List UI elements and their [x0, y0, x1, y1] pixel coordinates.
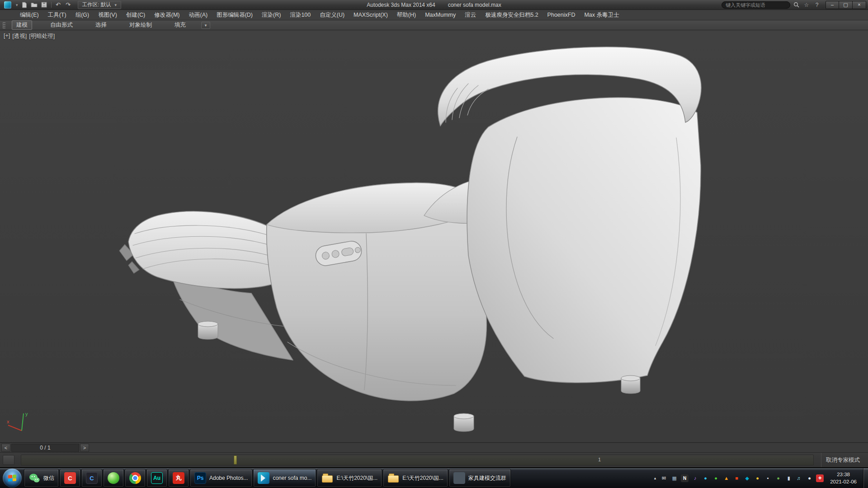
tray-icon[interactable]: ✉ [660, 474, 668, 482]
search-input[interactable] [726, 2, 786, 8]
menu-create[interactable]: 创建(C) [122, 10, 150, 20]
taskbar-app-dark-c-button[interactable]: C [81, 469, 102, 487]
menu-rendercloud[interactable]: 渲云 [460, 10, 481, 20]
track-bar: 1 取消专家模式 [0, 453, 868, 468]
taskbar-explorer1-button[interactable]: E:\天竹2020\国... [317, 469, 382, 487]
maximize-button[interactable]: ▢ [839, 1, 853, 9]
cancel-expert-mode-button[interactable]: 取消专家模式 [821, 453, 864, 467]
tab-freeform[interactable]: 自由形式 [46, 20, 77, 30]
ribbon-minimize-button[interactable]: ▾ [201, 22, 210, 29]
time-ruler[interactable]: 1 [21, 455, 814, 465]
viewport-menu-general[interactable]: [+] [4, 33, 10, 40]
menu-customize[interactable]: 自定义(U) [315, 10, 349, 20]
toolbar-grip[interactable] [3, 22, 5, 28]
menu-modifiers[interactable]: 修改器(M) [150, 10, 184, 20]
tray-icon[interactable]: ✚ [816, 474, 824, 482]
menu-phoenixfd[interactable]: PhoenixFD [543, 10, 580, 20]
menu-group[interactable]: 组(G) [71, 10, 94, 20]
clock-date: 2021-02-06 [830, 478, 857, 485]
windows-flag-icon [8, 474, 16, 481]
menu-graph-editors[interactable]: 图形编辑器(D) [212, 10, 257, 20]
redo-button[interactable]: ↷ [63, 1, 73, 9]
save-file-button[interactable] [39, 1, 49, 9]
viewport-menu-shading[interactable]: [明暗处理] [29, 33, 55, 40]
tray-icon[interactable]: ▪ [764, 474, 772, 482]
new-scene-button[interactable] [19, 1, 29, 9]
taskbar-photoshop-button[interactable]: Ps Adobe Photos... [190, 469, 252, 487]
window-controls: – ▢ × [826, 1, 866, 9]
tab-modeling[interactable]: 建模 [12, 20, 32, 30]
menu-tools[interactable]: 工具(T) [43, 10, 71, 20]
app-menu-dropdown-icon[interactable]: ▾ [14, 3, 19, 7]
help-icon[interactable]: ? [812, 1, 821, 9]
taskbar-explorer2-button[interactable]: E:\天竹2020\国... [383, 469, 448, 487]
sofa-model[interactable] [0, 30, 868, 443]
tray-icon[interactable]: ■ [733, 474, 741, 482]
tab-selection[interactable]: 选择 [91, 20, 111, 30]
menu-animation[interactable]: 动画(A) [184, 10, 212, 20]
audition-icon: Au [151, 472, 163, 484]
menu-maxmummy[interactable]: MaxMummy [420, 10, 460, 20]
taskbar-wechat-button[interactable]: 微信 [24, 469, 59, 487]
tray-icon[interactable]: ● [774, 474, 782, 482]
tray-icon[interactable]: ● [712, 474, 720, 482]
viewport-label: [+] [透视] [明暗处理] [4, 33, 55, 40]
open-file-button[interactable] [29, 1, 39, 9]
menu-edit[interactable]: 编辑(E) [15, 10, 43, 20]
taskbar-audition-button[interactable]: Au [146, 469, 167, 487]
tab-object-paint[interactable]: 对象绘制 [125, 20, 156, 30]
workspace-label: 工作区: 默认 [82, 1, 111, 8]
menu-maxscript[interactable]: MAXScript(X) [349, 10, 392, 20]
workspace-selector[interactable]: 工作区: 默认 ▾ [78, 1, 121, 9]
time-slider-thumb[interactable] [234, 455, 237, 465]
taskbar-wan-app-button[interactable]: 丸 [168, 469, 189, 487]
tray-expand-icon[interactable]: ▴ [653, 476, 658, 480]
3dsmax-logo-icon[interactable] [2, 1, 14, 9]
folder-icon [387, 472, 399, 484]
favorites-star-icon[interactable]: ☆ [802, 1, 811, 9]
tray-icon[interactable]: ● [806, 474, 813, 482]
close-button[interactable]: × [853, 1, 866, 9]
ribbon-tabs: 建模 自由形式 选择 对象绘制 填充 ▾ [0, 20, 868, 30]
page-icon [21, 2, 27, 8]
taskbar-chrome-button[interactable] [125, 469, 146, 487]
undo-button[interactable]: ↶ [53, 1, 63, 9]
tray-icon[interactable]: ● [754, 474, 761, 482]
tray-icon[interactable]: ▲ [722, 474, 730, 482]
taskbar-3dsmax-button[interactable]: coner sofa mo... [253, 469, 316, 487]
tray-icon[interactable]: ▦ [670, 474, 678, 482]
mini-curve-editor-toggle[interactable] [3, 455, 14, 465]
taskbar-chat-group-button[interactable]: 家具建模交流群 [449, 469, 511, 487]
perspective-viewport[interactable]: [+] [透视] [明暗处理] [0, 30, 868, 443]
taskbar-browser-button[interactable] [103, 469, 124, 487]
taskbar-app-red-c-button[interactable]: C [60, 469, 80, 487]
menu-help[interactable]: 帮助(H) [392, 10, 420, 20]
tray-icon[interactable]: N [681, 474, 689, 482]
next-frame-button[interactable]: > [80, 444, 89, 452]
axis-y-label: y [25, 411, 28, 417]
folder-icon [31, 2, 38, 8]
start-button[interactable] [3, 469, 22, 488]
tray-icon[interactable]: ♪ [691, 474, 699, 482]
tab-populate[interactable]: 填充 [170, 20, 190, 30]
tray-icon[interactable]: ▮ [785, 474, 793, 482]
tray-icon[interactable]: ◆ [743, 474, 751, 482]
menu-slim-archive[interactable]: 极速瘦身安全归档5.2 [481, 10, 542, 20]
chat-group-icon [453, 472, 465, 484]
clock-time: 23:38 [830, 471, 857, 478]
show-desktop-button[interactable] [863, 468, 868, 488]
taskbar-clock[interactable]: 23:38 2021-02-06 [826, 471, 860, 485]
taskbar-button-label: 家具建模交流群 [468, 474, 506, 482]
tray-icon[interactable]: ♬ [795, 474, 803, 482]
menu-render100[interactable]: 渲染100 [285, 10, 315, 20]
app-title: Autodesk 3ds Max 2014 x64 [367, 2, 435, 8]
search-icon[interactable] [792, 1, 801, 9]
viewport-menu-pov[interactable]: [透视] [12, 33, 27, 40]
tray-icon[interactable]: ● [702, 474, 709, 482]
menu-max-antivirus[interactable]: Max 杀毒卫士 [580, 10, 623, 20]
menu-views[interactable]: 视图(V) [94, 10, 122, 20]
frame-bar: < 0 / 1 > [0, 443, 868, 453]
previous-frame-button[interactable]: < [1, 444, 10, 452]
menu-rendering[interactable]: 渲染(R) [257, 10, 285, 20]
minimize-button[interactable]: – [826, 1, 839, 9]
